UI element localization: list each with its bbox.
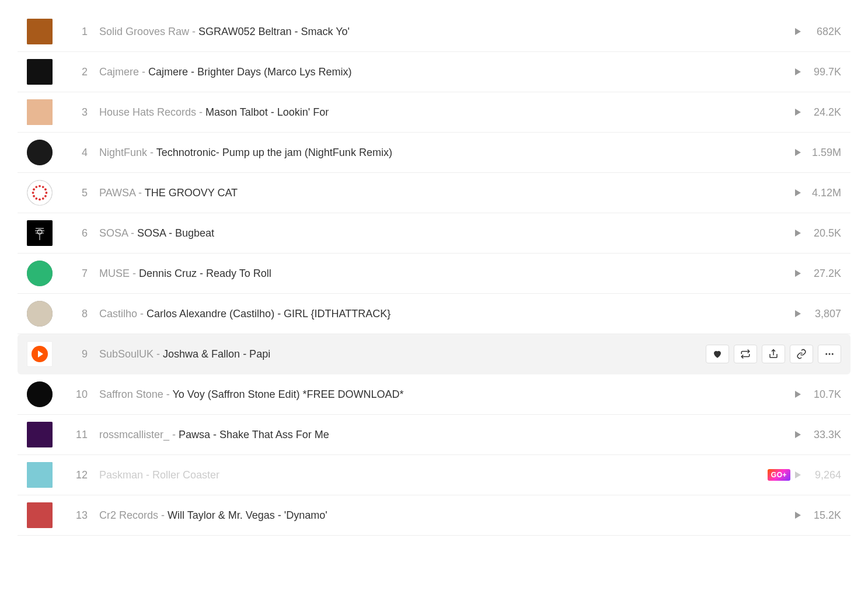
track-title[interactable]: Carlos Alexandre (Castilho) - GIRL {IDTH… bbox=[147, 308, 391, 320]
track-title-column: Cr2 Records - Will Taylor & Mr. Vegas - … bbox=[99, 509, 786, 522]
svg-rect-0 bbox=[27, 19, 53, 44]
track-title[interactable]: Roller Coaster bbox=[152, 469, 219, 481]
play-count: 4.12M bbox=[809, 187, 841, 199]
svg-point-14 bbox=[39, 185, 41, 188]
track-row[interactable]: 7MUSE - Dennis Cruz - Ready To Roll27.2K bbox=[18, 254, 850, 294]
like-button[interactable] bbox=[706, 345, 729, 363]
track-row[interactable]: 8Castilho - Carlos Alexandre (Castilho) … bbox=[18, 294, 850, 334]
track-right-side: 27.2K bbox=[795, 268, 841, 280]
track-title[interactable]: Joshwa & Fallon - Papi bbox=[163, 348, 270, 360]
track-artwork[interactable] bbox=[27, 220, 53, 246]
play-count: 3,807 bbox=[809, 308, 841, 320]
track-rank: 4 bbox=[64, 147, 88, 159]
svg-point-7 bbox=[42, 197, 44, 200]
track-row[interactable]: 5PAWSA - THE GROOVY CAT4.12M bbox=[18, 173, 850, 213]
separator: - bbox=[154, 348, 163, 360]
svg-point-15 bbox=[42, 186, 44, 188]
track-row[interactable]: 9SubSoulUK - Joshwa & Fallon - Papi bbox=[18, 334, 850, 374]
svg-rect-4 bbox=[27, 181, 52, 205]
play-icon bbox=[795, 471, 801, 478]
separator: - bbox=[163, 388, 173, 400]
track-row[interactable]: 12Paskman - Roller CoasterGO+9,264 bbox=[18, 455, 850, 495]
more-button[interactable] bbox=[818, 345, 841, 363]
track-row[interactable]: 1Solid Grooves Raw - SGRAW052 Beltran - … bbox=[18, 12, 850, 52]
svg-point-25 bbox=[825, 353, 827, 355]
track-right-side: 99.7K bbox=[795, 66, 841, 78]
track-artist[interactable]: SOSA bbox=[99, 227, 128, 239]
play-count: 27.2K bbox=[809, 268, 841, 280]
separator: - bbox=[158, 509, 168, 521]
track-artwork[interactable] bbox=[27, 180, 53, 206]
track-artist[interactable]: Saffron Stone bbox=[99, 388, 163, 400]
track-artist[interactable]: SubSoulUK bbox=[99, 348, 154, 360]
track-rank: 6 bbox=[64, 227, 88, 240]
svg-point-13 bbox=[35, 186, 37, 188]
track-artwork[interactable] bbox=[27, 422, 53, 447]
track-row[interactable]: 2Cajmere - Cajmere - Brighter Days (Marc… bbox=[18, 52, 850, 92]
track-artwork[interactable] bbox=[27, 59, 53, 85]
svg-rect-3 bbox=[27, 140, 53, 165]
track-title[interactable]: Pawsa - Shake That Ass For Me bbox=[179, 429, 329, 440]
track-row[interactable]: 13Cr2 Records - Will Taylor & Mr. Vegas … bbox=[18, 495, 850, 536]
track-title[interactable]: Mason Talbot - Lookin' For bbox=[205, 106, 329, 118]
track-artist[interactable]: Cajmere bbox=[99, 66, 139, 78]
track-title[interactable]: Will Taylor & Mr. Vegas - 'Dynamo' bbox=[168, 509, 327, 521]
track-right-side: 3,807 bbox=[795, 308, 841, 320]
track-artist[interactable]: Solid Grooves Raw bbox=[99, 26, 189, 37]
separator: - bbox=[135, 187, 145, 199]
track-artwork[interactable] bbox=[27, 301, 53, 327]
separator: - bbox=[147, 147, 156, 158]
track-rank: 10 bbox=[64, 388, 88, 401]
track-title-column: NightFunk - Technotronic- Pump up the ja… bbox=[99, 147, 786, 159]
track-title[interactable]: SOSA - Bugbeat bbox=[137, 227, 214, 239]
track-artwork[interactable] bbox=[27, 462, 53, 488]
separator: - bbox=[196, 106, 205, 118]
track-artwork[interactable] bbox=[27, 19, 53, 44]
track-row[interactable]: 10Saffron Stone - Yo Voy (Saffron Stone … bbox=[18, 374, 850, 415]
track-artwork[interactable] bbox=[27, 381, 53, 407]
track-artist[interactable]: rossmcallister_ bbox=[99, 429, 169, 440]
svg-point-27 bbox=[832, 353, 834, 355]
track-title[interactable]: Dennis Cruz - Ready To Roll bbox=[139, 268, 271, 279]
track-title[interactable]: SGRAW052 Beltran - Smack Yo' bbox=[198, 26, 350, 37]
track-title[interactable]: Cajmere - Brighter Days (Marco Lys Remix… bbox=[148, 66, 351, 78]
track-artwork[interactable] bbox=[27, 341, 53, 367]
svg-point-6 bbox=[44, 195, 47, 197]
track-row[interactable]: 4NightFunk - Technotronic- Pump up the j… bbox=[18, 133, 850, 173]
play-count: 15.2K bbox=[809, 509, 841, 522]
play-count: 9,264 bbox=[809, 469, 841, 481]
play-icon bbox=[795, 28, 801, 35]
track-artist[interactable]: NightFunk bbox=[99, 147, 147, 158]
svg-point-5 bbox=[46, 192, 48, 194]
share-button[interactable] bbox=[762, 345, 785, 363]
track-row[interactable]: 3House Hats Records - Mason Talbot - Loo… bbox=[18, 92, 850, 133]
track-rank: 12 bbox=[64, 469, 88, 481]
track-title-column: SOSA - SOSA - Bugbeat bbox=[99, 227, 786, 240]
play-icon bbox=[795, 310, 801, 317]
track-artwork[interactable] bbox=[27, 502, 53, 528]
track-title[interactable]: Yo Voy (Saffron Stone Edit) *FREE DOWNLO… bbox=[172, 388, 403, 400]
track-artist[interactable]: Cr2 Records bbox=[99, 509, 158, 521]
track-rank: 11 bbox=[64, 429, 88, 441]
track-title[interactable]: Technotronic- Pump up the jam (NightFunk… bbox=[156, 147, 392, 158]
play-icon bbox=[795, 512, 801, 519]
track-artist[interactable]: Castilho bbox=[99, 308, 137, 320]
track-artist[interactable]: MUSE bbox=[99, 268, 130, 279]
track-artwork[interactable] bbox=[27, 140, 53, 165]
track-row[interactable]: 11rossmcallister_ - Pawsa - Shake That A… bbox=[18, 415, 850, 455]
track-title[interactable]: THE GROOVY CAT bbox=[145, 187, 238, 199]
track-artist[interactable]: Paskman bbox=[99, 469, 143, 481]
copy-link-button[interactable] bbox=[790, 345, 813, 363]
play-count: 20.5K bbox=[809, 227, 841, 240]
track-artwork[interactable] bbox=[27, 261, 53, 286]
track-artist[interactable]: PAWSA bbox=[99, 187, 135, 199]
svg-rect-23 bbox=[27, 261, 53, 286]
track-right-side: GO+9,264 bbox=[768, 469, 841, 481]
track-artwork[interactable] bbox=[27, 99, 53, 125]
track-title-column: rossmcallister_ - Pawsa - Shake That Ass… bbox=[99, 429, 786, 441]
track-row[interactable]: 6SOSA - SOSA - Bugbeat20.5K bbox=[18, 213, 850, 254]
track-artist[interactable]: House Hats Records bbox=[99, 106, 196, 118]
play-icon bbox=[795, 270, 801, 277]
repost-button[interactable] bbox=[734, 345, 757, 363]
play-icon bbox=[795, 230, 801, 237]
